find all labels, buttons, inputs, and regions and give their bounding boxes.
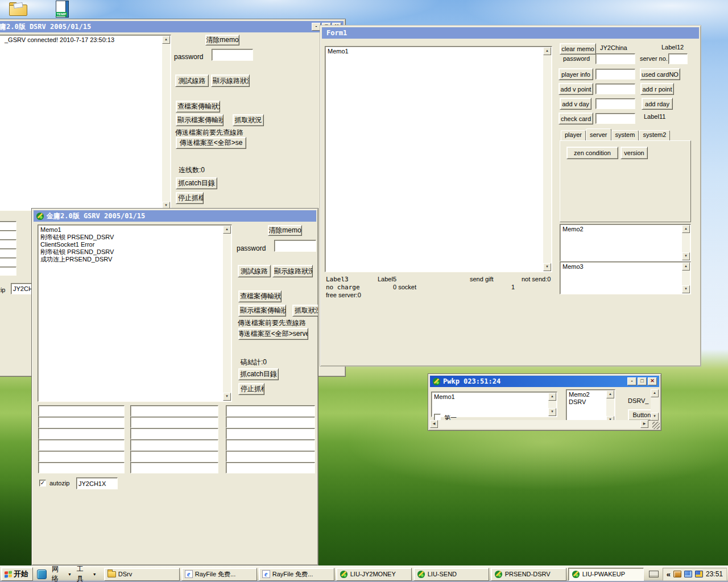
tray-chevron-icon[interactable]: « <box>667 570 671 579</box>
form1-add-v-day-input[interactable] <box>595 98 635 109</box>
form1-zen-condition-button[interactable]: zen condition <box>566 147 618 159</box>
form1-memo2-scrollbar[interactable]: ▲ ▼ <box>682 225 690 260</box>
gsrv-show-line-button[interactable]: 顯示線路狀況 <box>272 265 313 277</box>
taskbar-task-prsend-dsrv[interactable]: PRSEND-DSRV <box>491 568 566 581</box>
tray-network-icon[interactable] <box>684 571 692 577</box>
form1-password-input[interactable] <box>595 53 635 64</box>
dsrv-send-all-button[interactable]: 傳送檔案至<全部>se <box>176 137 246 149</box>
taskbar-task-liu-pwakeup[interactable]: LIU-PWAKEUP <box>568 568 644 581</box>
gsrv-send-all-button[interactable]: 傳送檔案至<全部>serve <box>238 328 308 340</box>
taskbar-task-dsrv[interactable]: DSrv <box>104 568 180 581</box>
scroll-up-icon[interactable]: ▲ <box>606 390 614 398</box>
scroll-down-icon[interactable]: ▼ <box>548 408 556 416</box>
scroll-right-icon[interactable]: ▶ <box>640 420 648 428</box>
form1-player-info-input[interactable] <box>595 69 635 80</box>
gsrv-grid-field[interactable] <box>226 405 315 417</box>
form1-memo3-scrollbar[interactable]: ▲ ▼ <box>682 263 690 293</box>
scroll-up-icon[interactable]: ▲ <box>682 225 690 233</box>
form1-server-no-input[interactable] <box>668 53 688 64</box>
scroll-up-icon[interactable]: ▲ <box>548 393 556 401</box>
scroll-down-icon[interactable]: ▼ <box>682 252 690 260</box>
taskbar-task-liu-send[interactable]: LIU-SEND <box>413 568 489 581</box>
dsrv-grid-field[interactable] <box>0 248 16 257</box>
dsrv-catch-dir-button[interactable]: 抓catch目錄 <box>176 177 217 189</box>
tray-capture-icon[interactable] <box>673 571 681 577</box>
dsrv-titlebar[interactable]: 金庸2.0版 DSRV 2005/01/15 - □ ✕ <box>0 21 344 32</box>
gsrv-stop-catch-button[interactable]: 停止抓檔 <box>238 383 264 395</box>
form1-memo1[interactable]: Memo1 ▲ ▼ <box>325 46 552 272</box>
dsrv-memo-scrollbar[interactable]: ▲ ▼ <box>162 36 170 210</box>
gsrv-grid-field[interactable] <box>226 439 315 451</box>
tray-clock[interactable]: 23:51 <box>706 570 723 578</box>
form1-add-rday-button[interactable]: add rday <box>642 98 673 110</box>
gsrv-titlebar[interactable]: 金庸2.0版 GSRV 2005/01/15 <box>34 210 316 222</box>
maximize-button[interactable]: □ <box>638 377 647 385</box>
pwkp-list-scrollbar[interactable]: ▲ ▼ <box>606 390 614 424</box>
gsrv-grid-field[interactable] <box>38 417 125 428</box>
gsrv-test-line-button[interactable]: 測試線路 <box>238 265 271 277</box>
gsrv-grid-field[interactable] <box>226 451 315 462</box>
scroll-down-icon[interactable]: ▼ <box>223 393 231 401</box>
gsrv-grid-field[interactable] <box>130 417 218 428</box>
tab-player[interactable]: player <box>561 130 586 140</box>
keyboard-icon[interactable] <box>649 571 659 577</box>
gsrv-catch-dir-button[interactable]: 抓catch目錄 <box>238 368 279 380</box>
form1-version-button[interactable]: version <box>621 147 648 159</box>
form1-add-r-point-button[interactable]: add r point <box>640 83 674 95</box>
gsrv-check-transfer-button[interactable]: 查檔案傳輸狀況 <box>238 290 282 302</box>
dsrv-test-line-button[interactable]: 測試線路 <box>175 74 209 87</box>
gsrv-autozip-checkbox[interactable]: ✓ <box>39 480 46 487</box>
gsrv-clear-memo-button[interactable]: 清除memo <box>268 225 302 236</box>
gsrv-grid-field[interactable] <box>226 428 315 439</box>
gsrv-memo[interactable]: Memo1 刚帝砝钡 PRSEND_DSRV ClientSocket1 Err… <box>38 225 232 402</box>
scroll-down-icon[interactable]: ▼ <box>543 263 551 271</box>
desktop-icon-folder[interactable] <box>8 1 28 16</box>
dsrv-memo[interactable]: _GSRV connected! 2010-7-17 23:50:13 ▲ ▼ <box>0 35 171 211</box>
form1-add-v-day-button[interactable]: add v day <box>560 98 592 110</box>
form1-memo3[interactable]: Memo3 ▲ ▼ <box>560 261 691 294</box>
gsrv-grid-field[interactable] <box>38 439 125 451</box>
dsrv-show-transfer-button[interactable]: 顯示檔案傳輸狀況 <box>176 114 224 126</box>
gsrv-grid-field[interactable] <box>130 428 218 439</box>
form1-clear-memo-button[interactable]: clear memo <box>560 43 596 55</box>
scroll-down-icon[interactable]: ▼ <box>651 413 659 421</box>
tab-system[interactable]: system <box>611 130 639 140</box>
gsrv-grid-field[interactable] <box>38 405 125 417</box>
form1-memo1-scrollbar[interactable]: ▲ ▼ <box>543 47 551 271</box>
dsrv-grid-field[interactable] <box>0 267 16 276</box>
gsrv-grid-field[interactable] <box>38 462 125 473</box>
dsrv-show-line-button[interactable]: 顯示線路狀況 <box>211 74 250 87</box>
gsrv-memo-scrollbar[interactable]: ▲ ▼ <box>223 226 231 401</box>
taskbar-tools-menu[interactable]: 工具 ▼ <box>77 564 97 582</box>
minimize-button[interactable]: - <box>627 377 636 385</box>
form1-player-info-button[interactable]: player info <box>559 68 593 80</box>
gsrv-password-input[interactable] <box>274 240 316 252</box>
tray-update-icon[interactable] <box>695 571 703 577</box>
form1-check-card-input[interactable] <box>595 113 635 124</box>
gsrv-grid-field[interactable] <box>130 439 218 451</box>
gsrv-catch-status-button[interactable]: 抓取狀況 <box>292 305 318 317</box>
resize-grip[interactable] <box>652 422 660 429</box>
tab-system2[interactable]: system2 <box>639 130 670 140</box>
scroll-up-icon[interactable]: ▲ <box>682 263 690 271</box>
form1-titlebar[interactable]: Form1 <box>322 27 699 39</box>
gsrv-grid-field[interactable] <box>38 451 125 462</box>
dsrv-stop-catch-button[interactable]: 停止抓檔 <box>176 192 204 204</box>
desktop-icon-temp[interactable]: TEMP <box>54 1 69 18</box>
scroll-up-icon[interactable]: ▲ <box>651 389 659 397</box>
gsrv-grid-field[interactable] <box>130 405 218 417</box>
close-button[interactable]: ✕ <box>648 377 657 385</box>
form1-add-v-point-input[interactable] <box>595 84 635 94</box>
scroll-up-icon[interactable]: ▲ <box>543 47 551 55</box>
scroll-up-icon[interactable]: ▲ <box>162 36 170 44</box>
pwkp-memo1-scrollbar[interactable]: ▲ ▼ <box>548 393 556 416</box>
taskbar-task-liu-jy2money[interactable]: LIU-JY2MONEY <box>336 568 412 581</box>
dsrv-password-input[interactable] <box>212 49 253 61</box>
dsrv-grid-field[interactable] <box>0 257 16 267</box>
pwkp-hscrollbar[interactable]: ◀ ▶ <box>430 420 648 429</box>
tab-server[interactable]: server <box>586 128 611 140</box>
gsrv-grid-field[interactable] <box>130 451 218 462</box>
form1-used-cardno-button[interactable]: used cardNO <box>640 68 680 80</box>
dsrv-grid-field[interactable] <box>0 230 16 239</box>
gsrv-grid-field[interactable] <box>226 417 315 428</box>
